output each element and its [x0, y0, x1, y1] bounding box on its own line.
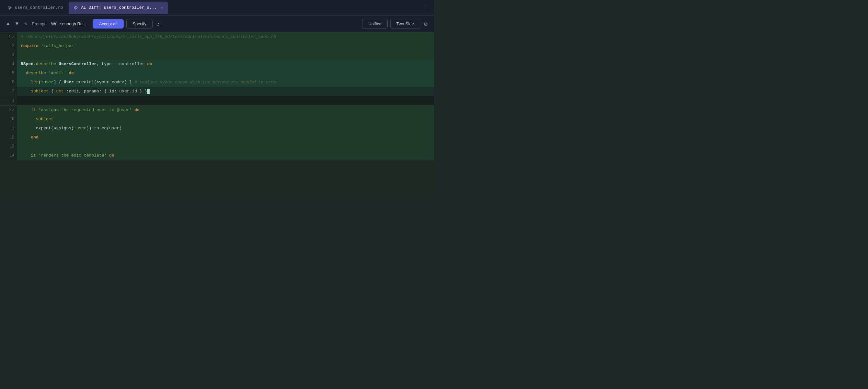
line-number: 9✓: [0, 106, 17, 115]
line-content: describe '#edit' do: [17, 69, 434, 78]
line-content: subject { get :edit, params: { id: user.…: [17, 87, 434, 96]
line-number: 13: [0, 142, 17, 151]
cursor: [147, 89, 150, 94]
nav-up-button[interactable]: ▲: [5, 20, 11, 28]
pencil-icon[interactable]: ✎: [23, 20, 29, 28]
line-check-icon: ✓: [12, 32, 14, 41]
line-check-icon: ✓: [12, 106, 14, 115]
line-number: 2: [0, 41, 17, 51]
more-options-button[interactable]: ⋮: [421, 3, 431, 12]
tab-users-controller-label: users_controller.rb: [15, 5, 63, 10]
code-line-4: 4RSpec.describe UsersController, type: :…: [0, 60, 434, 69]
code-line-12: 12 end: [0, 133, 434, 142]
line-content: [17, 96, 434, 105]
code-line-2: 2require 'rails_helper': [0, 41, 434, 51]
twoside-button[interactable]: Two-Side: [390, 19, 420, 29]
refresh-icon[interactable]: ↺: [155, 20, 161, 29]
code-line-1: 1✓# /Users/jetbrains/RubymineProjects/sa…: [0, 32, 434, 41]
line-number: 6: [0, 78, 17, 87]
code-editor: 1✓# /Users/jetbrains/RubymineProjects/sa…: [0, 32, 434, 194]
code-line-3: 3: [0, 51, 434, 60]
code-line-1: 1: [0, 96, 434, 106]
prompt-label: Prompt:: [32, 21, 46, 26]
code-line-10: 10 subject: [0, 115, 434, 124]
line-content: subject: [17, 115, 434, 124]
line-number: 14: [0, 151, 17, 160]
code-line-5: 5 describe '#edit' do: [0, 69, 434, 78]
line-content: # /Users/jetbrains/RubymineProjects/samp…: [17, 32, 434, 41]
code-line-6: 6 let(:user) { User.create!(<your code>)…: [0, 78, 434, 87]
line-number: 11: [0, 124, 17, 133]
settings-icon[interactable]: ⚙: [423, 19, 429, 29]
line-number: 1✓: [0, 32, 17, 41]
line-number: 3: [0, 51, 17, 60]
code-line-14: 14 it 'renders the edit template' do: [0, 151, 434, 160]
tab-bar: users_controller.rb AI Diff: users_contr…: [0, 0, 434, 16]
line-content: require 'rails_helper': [17, 41, 434, 51]
line-number: 1: [0, 96, 17, 105]
tab-bar-left: users_controller.rb AI Diff: users_contr…: [3, 2, 168, 14]
code-line-13: 13: [0, 142, 434, 151]
nav-down-button[interactable]: ▼: [14, 20, 20, 28]
tab-ai-diff[interactable]: AI Diff: users_controller_s... ✕: [69, 2, 167, 14]
unified-button[interactable]: Unified: [362, 19, 388, 29]
line-content: end: [17, 133, 434, 142]
line-content: it 'renders the edit template' do: [17, 151, 434, 160]
tab-bar-right: ⋮: [421, 3, 431, 12]
line-content: [17, 51, 434, 60]
code-line-9: 9✓ it 'assigns the requested user to @us…: [0, 106, 434, 115]
gear-icon: [7, 5, 12, 10]
specify-button[interactable]: Specify: [126, 19, 153, 29]
tab-users-controller[interactable]: users_controller.rb: [3, 2, 67, 14]
line-number: 5: [0, 69, 17, 78]
line-content: it 'assigns the requested user to @user'…: [17, 106, 434, 115]
code-line-11: 11 expect(assigns(:user)).to eq(user): [0, 124, 434, 133]
line-number: 7: [0, 87, 17, 96]
toolbar-right: Unified Two-Side ⚙: [362, 19, 429, 29]
line-content: RSpec.describe UsersController, type: :c…: [17, 60, 434, 69]
line-number: 12: [0, 133, 17, 142]
accept-all-button[interactable]: Accept all: [93, 19, 124, 29]
toolbar: ▲ ▼ ✎ Prompt: Write enough Ru... Accept …: [0, 16, 434, 32]
line-number: 10: [0, 115, 17, 124]
line-content: expect(assigns(:user)).to eq(user): [17, 124, 434, 133]
line-number: 4: [0, 60, 17, 69]
svg-point-0: [9, 7, 11, 8]
toolbar-center: Accept all Specify ↺: [93, 19, 161, 29]
tab-ai-diff-label: AI Diff: users_controller_s...: [81, 5, 157, 10]
line-content: let(:user) { User.create!(<your code>) }…: [17, 78, 434, 87]
line-content: [17, 142, 434, 151]
toolbar-left: ▲ ▼ ✎ Prompt: Write enough Ru...: [5, 20, 86, 28]
code-line-7: 7 subject { get :edit, params: { id: use…: [0, 87, 434, 96]
prompt-text: Write enough Ru...: [51, 21, 86, 26]
close-icon[interactable]: ✕: [161, 5, 163, 10]
ai-icon: [73, 5, 79, 10]
